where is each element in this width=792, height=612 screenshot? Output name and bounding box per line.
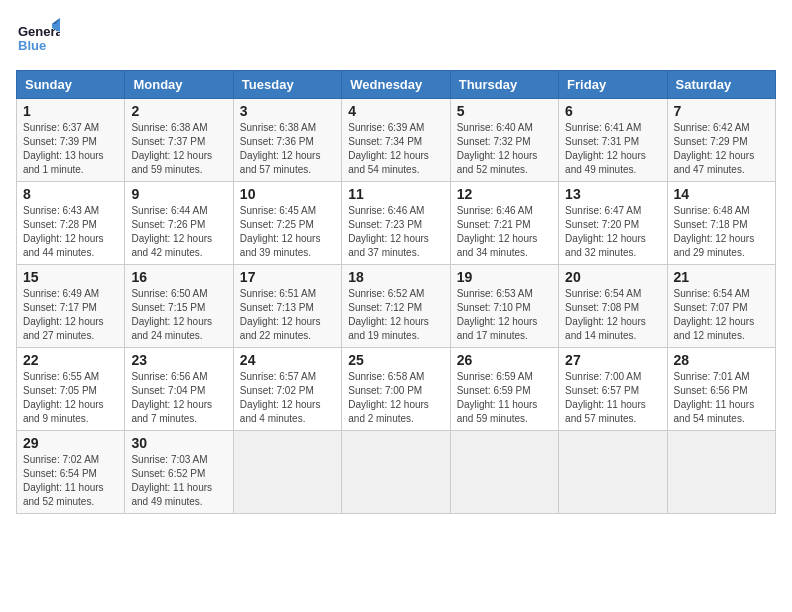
day-number: 29: [23, 435, 118, 451]
column-header-wednesday: Wednesday: [342, 71, 450, 99]
calendar-cell: 21Sunrise: 6:54 AMSunset: 7:07 PMDayligh…: [667, 265, 775, 348]
calendar-cell: 6Sunrise: 6:41 AMSunset: 7:31 PMDaylight…: [559, 99, 667, 182]
calendar-cell: 25Sunrise: 6:58 AMSunset: 7:00 PMDayligh…: [342, 348, 450, 431]
calendar-cell: 3Sunrise: 6:38 AMSunset: 7:36 PMDaylight…: [233, 99, 341, 182]
day-info: Sunrise: 6:43 AMSunset: 7:28 PMDaylight:…: [23, 204, 118, 260]
day-info: Sunrise: 6:51 AMSunset: 7:13 PMDaylight:…: [240, 287, 335, 343]
calendar-week: 22Sunrise: 6:55 AMSunset: 7:05 PMDayligh…: [17, 348, 776, 431]
day-info: Sunrise: 6:42 AMSunset: 7:29 PMDaylight:…: [674, 121, 769, 177]
calendar-cell: 30Sunrise: 7:03 AMSunset: 6:52 PMDayligh…: [125, 431, 233, 514]
calendar-cell: 24Sunrise: 6:57 AMSunset: 7:02 PMDayligh…: [233, 348, 341, 431]
column-header-friday: Friday: [559, 71, 667, 99]
calendar-cell: [667, 431, 775, 514]
day-number: 4: [348, 103, 443, 119]
svg-text:Blue: Blue: [18, 38, 46, 53]
calendar-cell: 28Sunrise: 7:01 AMSunset: 6:56 PMDayligh…: [667, 348, 775, 431]
day-number: 21: [674, 269, 769, 285]
day-info: Sunrise: 6:40 AMSunset: 7:32 PMDaylight:…: [457, 121, 552, 177]
calendar-cell: 4Sunrise: 6:39 AMSunset: 7:34 PMDaylight…: [342, 99, 450, 182]
column-header-sunday: Sunday: [17, 71, 125, 99]
day-info: Sunrise: 6:49 AMSunset: 7:17 PMDaylight:…: [23, 287, 118, 343]
day-info: Sunrise: 6:59 AMSunset: 6:59 PMDaylight:…: [457, 370, 552, 426]
column-header-saturday: Saturday: [667, 71, 775, 99]
day-info: Sunrise: 6:55 AMSunset: 7:05 PMDaylight:…: [23, 370, 118, 426]
day-number: 22: [23, 352, 118, 368]
calendar-cell: 9Sunrise: 6:44 AMSunset: 7:26 PMDaylight…: [125, 182, 233, 265]
day-number: 14: [674, 186, 769, 202]
day-info: Sunrise: 6:41 AMSunset: 7:31 PMDaylight:…: [565, 121, 660, 177]
day-info: Sunrise: 6:50 AMSunset: 7:15 PMDaylight:…: [131, 287, 226, 343]
header-row: SundayMondayTuesdayWednesdayThursdayFrid…: [17, 71, 776, 99]
day-number: 28: [674, 352, 769, 368]
day-number: 23: [131, 352, 226, 368]
calendar-cell: [233, 431, 341, 514]
calendar-cell: 27Sunrise: 7:00 AMSunset: 6:57 PMDayligh…: [559, 348, 667, 431]
day-number: 13: [565, 186, 660, 202]
day-info: Sunrise: 6:58 AMSunset: 7:00 PMDaylight:…: [348, 370, 443, 426]
calendar-cell: 2Sunrise: 6:38 AMSunset: 7:37 PMDaylight…: [125, 99, 233, 182]
calendar-cell: 5Sunrise: 6:40 AMSunset: 7:32 PMDaylight…: [450, 99, 558, 182]
calendar-cell: 10Sunrise: 6:45 AMSunset: 7:25 PMDayligh…: [233, 182, 341, 265]
day-number: 30: [131, 435, 226, 451]
calendar-cell: 12Sunrise: 6:46 AMSunset: 7:21 PMDayligh…: [450, 182, 558, 265]
calendar-week: 1Sunrise: 6:37 AMSunset: 7:39 PMDaylight…: [17, 99, 776, 182]
calendar-cell: [342, 431, 450, 514]
day-info: Sunrise: 6:38 AMSunset: 7:36 PMDaylight:…: [240, 121, 335, 177]
day-info: Sunrise: 6:38 AMSunset: 7:37 PMDaylight:…: [131, 121, 226, 177]
day-info: Sunrise: 6:52 AMSunset: 7:12 PMDaylight:…: [348, 287, 443, 343]
day-info: Sunrise: 6:37 AMSunset: 7:39 PMDaylight:…: [23, 121, 118, 177]
calendar-cell: 23Sunrise: 6:56 AMSunset: 7:04 PMDayligh…: [125, 348, 233, 431]
calendar-cell: 1Sunrise: 6:37 AMSunset: 7:39 PMDaylight…: [17, 99, 125, 182]
day-number: 3: [240, 103, 335, 119]
calendar-week: 15Sunrise: 6:49 AMSunset: 7:17 PMDayligh…: [17, 265, 776, 348]
day-info: Sunrise: 6:45 AMSunset: 7:25 PMDaylight:…: [240, 204, 335, 260]
day-info: Sunrise: 6:53 AMSunset: 7:10 PMDaylight:…: [457, 287, 552, 343]
day-number: 7: [674, 103, 769, 119]
calendar-cell: 16Sunrise: 6:50 AMSunset: 7:15 PMDayligh…: [125, 265, 233, 348]
column-header-monday: Monday: [125, 71, 233, 99]
day-info: Sunrise: 6:54 AMSunset: 7:08 PMDaylight:…: [565, 287, 660, 343]
day-number: 19: [457, 269, 552, 285]
day-info: Sunrise: 6:39 AMSunset: 7:34 PMDaylight:…: [348, 121, 443, 177]
page-header: General Blue: [16, 16, 776, 60]
logo-icon: General Blue: [16, 16, 60, 60]
day-info: Sunrise: 6:46 AMSunset: 7:21 PMDaylight:…: [457, 204, 552, 260]
day-number: 16: [131, 269, 226, 285]
day-number: 15: [23, 269, 118, 285]
calendar-header: SundayMondayTuesdayWednesdayThursdayFrid…: [17, 71, 776, 99]
day-number: 11: [348, 186, 443, 202]
calendar-table: SundayMondayTuesdayWednesdayThursdayFrid…: [16, 70, 776, 514]
calendar-cell: 19Sunrise: 6:53 AMSunset: 7:10 PMDayligh…: [450, 265, 558, 348]
calendar-cell: 14Sunrise: 6:48 AMSunset: 7:18 PMDayligh…: [667, 182, 775, 265]
day-info: Sunrise: 7:03 AMSunset: 6:52 PMDaylight:…: [131, 453, 226, 509]
day-info: Sunrise: 6:48 AMSunset: 7:18 PMDaylight:…: [674, 204, 769, 260]
day-number: 18: [348, 269, 443, 285]
day-number: 10: [240, 186, 335, 202]
day-info: Sunrise: 6:47 AMSunset: 7:20 PMDaylight:…: [565, 204, 660, 260]
day-info: Sunrise: 7:02 AMSunset: 6:54 PMDaylight:…: [23, 453, 118, 509]
column-header-tuesday: Tuesday: [233, 71, 341, 99]
day-number: 20: [565, 269, 660, 285]
calendar-cell: 18Sunrise: 6:52 AMSunset: 7:12 PMDayligh…: [342, 265, 450, 348]
calendar-cell: [559, 431, 667, 514]
day-info: Sunrise: 7:01 AMSunset: 6:56 PMDaylight:…: [674, 370, 769, 426]
calendar-cell: 11Sunrise: 6:46 AMSunset: 7:23 PMDayligh…: [342, 182, 450, 265]
day-info: Sunrise: 6:54 AMSunset: 7:07 PMDaylight:…: [674, 287, 769, 343]
day-number: 26: [457, 352, 552, 368]
day-number: 6: [565, 103, 660, 119]
day-number: 5: [457, 103, 552, 119]
calendar-cell: 15Sunrise: 6:49 AMSunset: 7:17 PMDayligh…: [17, 265, 125, 348]
calendar-cell: 13Sunrise: 6:47 AMSunset: 7:20 PMDayligh…: [559, 182, 667, 265]
column-header-thursday: Thursday: [450, 71, 558, 99]
day-number: 12: [457, 186, 552, 202]
day-info: Sunrise: 6:44 AMSunset: 7:26 PMDaylight:…: [131, 204, 226, 260]
day-number: 24: [240, 352, 335, 368]
day-info: Sunrise: 7:00 AMSunset: 6:57 PMDaylight:…: [565, 370, 660, 426]
calendar-cell: [450, 431, 558, 514]
calendar-week: 8Sunrise: 6:43 AMSunset: 7:28 PMDaylight…: [17, 182, 776, 265]
day-info: Sunrise: 6:46 AMSunset: 7:23 PMDaylight:…: [348, 204, 443, 260]
day-number: 27: [565, 352, 660, 368]
calendar-week: 29Sunrise: 7:02 AMSunset: 6:54 PMDayligh…: [17, 431, 776, 514]
day-number: 8: [23, 186, 118, 202]
day-number: 1: [23, 103, 118, 119]
